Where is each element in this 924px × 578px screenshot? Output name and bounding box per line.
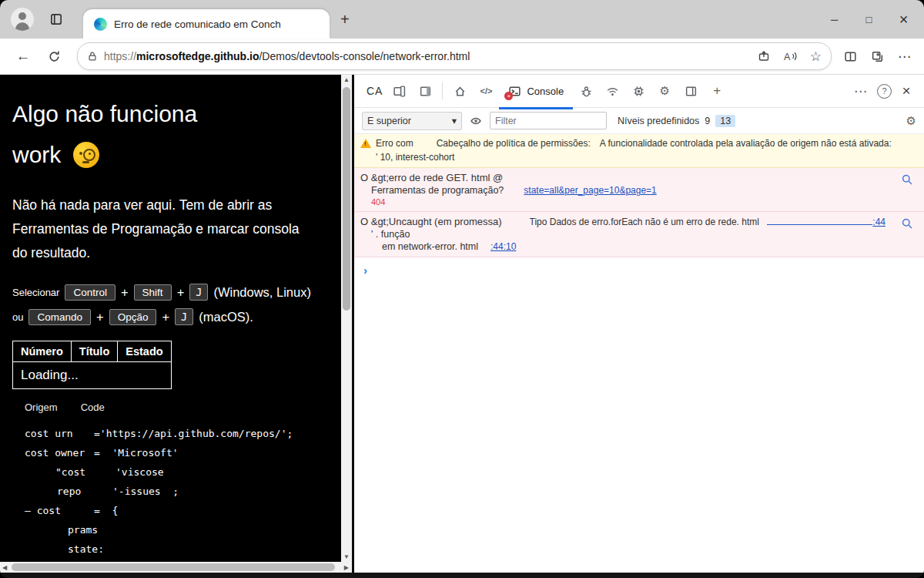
sources-tab-icon[interactable]: </> [473,79,499,102]
devtools-more-icon[interactable]: ⋯ [848,79,874,102]
warning-line1: Erro comCabeçalho de política de permiss… [376,138,913,149]
url-path: /Demos/devtools-console/network-error.ht… [259,50,470,62]
code-token: repo [57,482,112,501]
log-levels-selector[interactable]: Níveis predefinidos 9 13 [618,115,735,127]
code-token: '-issues ; [112,482,179,501]
console-tab-label: Console [527,86,564,97]
error1-line1: O &gt;erro de rede GET. html @ [360,172,913,183]
table-loading-row: Loading... [13,362,172,389]
plus-separator: + [121,285,129,300]
console-settings-gear-icon[interactable]: ⚙ [906,114,916,128]
error1-line2: Ferramentas de programação? state=all&pe… [360,185,913,196]
horizontal-scrollbar[interactable]: ◀ ▶ [0,562,352,573]
maximize-button[interactable]: □ [852,0,886,39]
filter-input[interactable] [490,112,607,129]
code-token: ='https://api.github.com/repos/'; [94,424,293,443]
request-url-link[interactable]: state=all&per_page=10&page=1 [524,185,656,196]
tab-title: Erro de rede comunicado em Conch [114,18,281,30]
warning-triangle-icon: ! [360,139,371,148]
toolbar-right-actions: ⋯ [844,49,912,65]
dock-side-icon[interactable] [412,79,438,102]
chevron-down-icon: ▾ [452,115,457,126]
error2-line3: em network-error. html :44:10 [360,241,913,252]
performance-cpu-icon[interactable] [625,79,651,102]
url-text: https://microsoftedge.github.io/Demos/de… [104,50,470,62]
lock-icon[interactable] [87,51,98,62]
layout-panel-icon[interactable] [678,79,704,102]
web-capture-icon[interactable] [758,50,770,62]
prompt-chevron-icon: › [363,264,367,277]
key-shift: Shift [134,284,172,301]
scroll-right-arrow[interactable]: ▶ [344,564,349,571]
horizontal-scroll-thumb[interactable] [12,563,335,571]
welcome-home-icon[interactable] [447,79,473,102]
shortcut-win-prefix: Selecionar [12,287,59,298]
content-area: Algo não funciona work Não há nada para … [0,75,924,573]
url-scheme: https:// [104,50,136,62]
intro-line2: Ferramentas de Programação e marcar cons… [12,217,341,241]
close-window-button[interactable]: × [886,0,921,39]
code-line: state: [0,539,341,559]
minimize-button[interactable]: ─ [817,0,852,39]
error-count-badge: 9 [705,116,710,126]
devtools-close-icon[interactable]: × [895,82,918,99]
code-block: cost urn='https://api.github.com/repos/'… [0,424,341,559]
stack-frame-link[interactable]: :44:10 [490,241,516,252]
back-button[interactable]: ← [8,48,38,65]
avatar-head-icon [18,12,26,20]
eye-watch-icon[interactable] [470,115,482,127]
profile-avatar[interactable] [11,8,34,31]
console-toolbar: E superior ▾ Níveis predefinidos 9 13 ⚙ [354,108,924,134]
vertical-scrollbar[interactable]: ▲ ▼ [341,75,352,562]
table-header-row: Número Título Estado [13,341,172,362]
col-numero: Número [13,341,72,362]
favorite-star-icon[interactable]: ☆ [810,49,822,65]
key-control: Control [65,284,116,301]
vertical-scroll-thumb[interactable] [343,87,350,311]
browser-tab[interactable]: Erro de rede comunicado em Conch [83,9,330,39]
network-wifi-icon[interactable] [599,79,625,102]
issues-table: Número Título Estado Loading... [12,341,172,389]
devtools-help-icon[interactable]: ? [877,84,892,99]
address-bar[interactable]: https://microsoftedge.github.io/Demos/de… [77,42,832,70]
tab-console[interactable]: × Console [499,72,573,109]
read-aloud-icon[interactable]: A [782,50,798,62]
workspaces-icon[interactable] [49,12,63,26]
scroll-left-arrow[interactable]: ◀ [2,564,7,571]
key-option: Opção [109,309,157,325]
context-selector[interactable]: E superior ▾ [362,112,462,130]
console-error-message-1: O &gt;erro de rede GET. html @ Ferrament… [354,168,924,212]
plus-separator: + [177,285,185,300]
new-tab-button[interactable]: + [340,12,350,27]
warning-source: Erro com [376,138,413,149]
webpage-pane: Algo não funciona work Não há nada para … [0,75,352,573]
settings-more-icon[interactable]: ⋯ [898,49,912,65]
issues-bug-icon[interactable] [573,79,599,102]
inspect-magnifier-icon[interactable] [901,173,913,186]
scroll-down-arrow[interactable]: ▼ [341,553,352,560]
split-screen-icon[interactable] [844,50,857,63]
refresh-button[interactable] [38,50,69,63]
intro-paragraph: Não há nada para ver aqui. Tem de abrir … [12,193,341,265]
shortcut-macos: ou Comando + Opção + J (macOS). [12,308,341,325]
devtools-settings-icon[interactable]: ⚙ [651,79,678,102]
code-token: cost owner [25,443,94,462]
source-line-link[interactable]: :44 [872,217,886,227]
collections-icon[interactable] [871,50,884,63]
stack-frame-label: em network-error. html [382,241,478,252]
scroll-up-arrow[interactable]: ▲ [341,76,352,83]
code-tabs: Origem Code [25,402,341,413]
http-status-404: 404 [360,197,913,207]
inspect-magnifier-icon[interactable] [901,217,913,230]
inspect-element-label[interactable]: CA [367,85,383,97]
browser-window: Erro de rede comunicado em Conch + ─ □ ×… [0,0,924,578]
warning-header-label: Cabeçalho de política de permissões: [437,138,591,149]
add-panel-icon[interactable]: + [704,79,730,102]
error2-body: O &gt;Uncaught (em promessa) Tipo Dados … [360,216,913,252]
console-icon: × [508,85,521,98]
edge-favicon-icon [94,18,107,31]
device-emulation-icon[interactable] [386,79,412,102]
console-prompt[interactable]: › [354,257,924,283]
warning-body: Erro comCabeçalho de política de permiss… [376,138,913,163]
code-line: cost owner= 'Microsoft' [0,443,341,462]
